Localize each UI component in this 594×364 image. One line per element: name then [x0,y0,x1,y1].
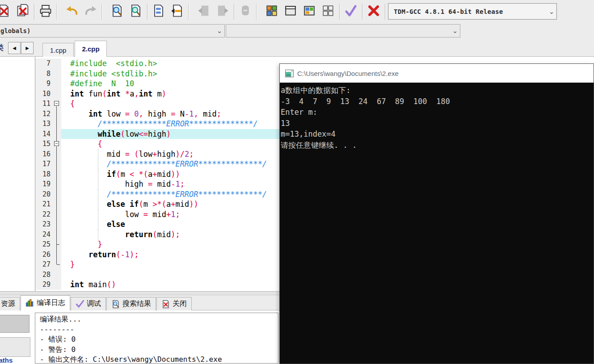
indent-guide [98,159,98,169]
line-number: 21 [35,199,61,209]
indent-guide [98,149,98,159]
line-number: 8 [35,69,61,79]
window-button[interactable] [282,3,299,20]
compile-log-line: - 警告: 0 [40,345,274,355]
close-all-files-icon [16,4,29,19]
console-line: 13 [281,118,594,129]
undo-button[interactable] [64,3,80,20]
line-number: 29 [35,280,61,290]
project-browser-panel[interactable] [0,57,35,291]
report-tab-debug[interactable]: 调试 [71,297,106,310]
line-number: 12 [35,109,61,119]
report-tab-label: 关闭 [173,299,187,309]
report-tab-search-results[interactable]: 搜索结果 [106,297,156,310]
abort-disabled-button[interactable] [237,3,253,20]
devcpp-ide-window: TDM-GCC 4.8.1 64-bit Release ⌄ globals) … [0,0,594,364]
line-number: 17 [35,159,61,169]
console-window: C:\Users\wangy\Documents\2.exe a数组中的数据如下… [279,63,594,364]
debug-tab-icon [76,300,84,309]
fold-marker[interactable] [54,99,59,109]
line-number: 11 [35,99,61,109]
member-combo[interactable]: ⌄ [226,24,460,38]
fold-marker [54,159,59,169]
fold-marker [54,270,59,280]
left-panel-tab-fragment[interactable]: 类 [0,42,4,53]
fold-marker [54,149,59,159]
line-number: 16 [35,149,61,159]
print-button[interactable] [38,3,54,20]
find-button[interactable] [109,3,125,20]
fold-marker [54,59,59,69]
fold-marker [54,250,59,260]
new-project-button[interactable] [264,3,280,20]
fold-marker [54,69,59,79]
fold-marker [54,169,59,180]
fold-marker [54,280,59,290]
tab-scroll-right-button[interactable]: ▶ [21,42,34,54]
report-tab-close[interactable]: 关闭 [156,297,192,310]
line-number: 28 [35,270,61,280]
find-icon [110,4,124,19]
cascade-windows-button[interactable] [320,3,336,20]
compile-log-line: -------- [40,325,274,335]
tab-2cpp[interactable]: 2.cpp [75,41,107,57]
abort-compilation-button[interactable] [366,3,382,20]
new-project-icon [265,4,278,19]
compile-result-box: 编译结果...--------- 错误: 0- 警告: 0- 输出文件名: C:… [35,313,278,364]
compile-log-tab-icon [25,299,34,308]
close-all-files-button[interactable] [15,3,31,20]
goto-line-icon [171,4,184,19]
class-browser-row: globals) ⌄ ⌄ [0,23,594,40]
line-number: 19 [35,179,61,189]
tab-scroll-left-button[interactable]: ◀ [8,42,21,54]
tab-1cpp[interactable]: 1.cpp [42,43,74,57]
goto-line-button[interactable] [169,3,185,20]
report-tab-resources[interactable]: 资源 [0,297,20,310]
line-number: 27 [35,259,61,270]
fold-marker[interactable] [54,139,59,149]
compiler-select[interactable]: TDM-GCC 4.8.1 64-bit Release ⌄ [388,3,557,20]
scope-combo[interactable]: globals) ⌄ [0,24,225,38]
console-line: m=13,index=4 [281,129,594,140]
line-number: 22 [35,209,61,220]
redo-icon [84,4,97,19]
compile-log-side-button-2[interactable] [0,337,30,357]
close-file-button[interactable] [0,3,12,20]
fold-marker [54,189,59,200]
redo-button[interactable] [83,3,99,20]
line-number: 7 [35,59,61,69]
compiler-select-value: TDM-GCC 4.8.1 64-bit Release [388,8,547,15]
fold-marker [54,179,59,189]
tile-windows-button[interactable] [301,3,317,20]
fold-marker [54,79,59,89]
replace-icon [152,4,165,19]
compile-log-line: - 错误: 0 [40,335,274,345]
console-line: 请按任意键继续. . . [281,140,594,151]
chevron-down-icon: ⌄ [547,8,556,16]
page-back-button[interactable] [196,3,212,20]
report-tab-compile-log[interactable]: 编译日志 [21,295,70,310]
line-number: 26 [35,250,61,260]
fold-marker [54,259,59,270]
report-tab-label: 编译日志 [37,298,65,308]
line-number: 14 [35,129,61,139]
compile-log-side-button[interactable] [0,315,29,333]
replace-button[interactable] [151,3,167,20]
page-forward-button[interactable] [215,3,231,20]
indent-guide [98,209,98,220]
indent-guide [98,219,98,230]
fold-marker [54,239,59,250]
toolbar-separator [362,4,362,20]
line-number: 10 [35,89,61,99]
tile-windows-icon [303,4,316,19]
find-in-files-button[interactable] [128,3,144,20]
console-titlebar[interactable]: C:\Users\wangy\Documents\2.exe [280,64,594,83]
console-output[interactable]: a数组中的数据如下:-3 4 7 9 13 24 67 89 100 180En… [280,83,594,364]
syntax-check-button[interactable] [343,3,359,20]
fold-marker [54,230,59,240]
shorten-paths-link[interactable]: er paths [0,356,13,364]
console-title-text: C:\Users\wangy\Documents\2.exe [297,70,399,77]
window-icon [284,4,297,19]
cascade-windows-icon [321,4,335,19]
compile-log-line: - 输出文件名: C:\Users\wangy\Documents\2.exe [40,355,274,364]
